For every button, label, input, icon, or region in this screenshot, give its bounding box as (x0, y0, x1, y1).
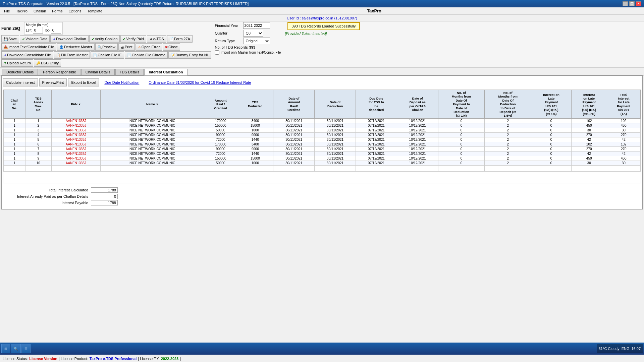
due-date-notification-link[interactable]: Due Date Notification (104, 80, 139, 84)
table-cell: 07/12/2021 (356, 128, 397, 132)
restore-btn[interactable]: ❐ (629, 1, 635, 6)
table-cell: 2 (485, 156, 531, 161)
quarter-select[interactable]: Q3 (243, 30, 263, 37)
table-cell: 30/11/2021 (273, 151, 315, 156)
open-error-button[interactable]: ⚠Open Error (136, 43, 162, 51)
window-controls[interactable]: ─ ❐ ✕ (623, 1, 641, 6)
menu-file[interactable]: File (1, 8, 13, 14)
table-cell: 07/12/2021 (356, 161, 397, 165)
preview-button[interactable]: 🔍Preview (95, 43, 118, 51)
table-cell: 450 (571, 156, 607, 161)
interest-payable-row: Interest Payable (4, 200, 640, 205)
table-cell: NICE NETWORK COMMUNIC (101, 132, 204, 137)
total-interest-value[interactable] (91, 187, 118, 193)
table-cell: 0 (531, 118, 572, 123)
table-cell: 270 (607, 146, 640, 151)
table-cell: NICE NETWORK COMMUNIC (101, 118, 204, 123)
table-cell: 10/12/2021 (397, 137, 438, 142)
close-btn[interactable]: ✕ (636, 1, 641, 6)
table-cell: 1 (4, 156, 25, 161)
calc-toolbar: Calculate Interest Preview/Print Export … (3, 77, 641, 88)
user-id-link[interactable]: User Id : sales@taxpro.co.in (1512381907… (287, 16, 357, 20)
tab-person-responsible[interactable]: Person Responsible (39, 69, 80, 75)
table-cell: 0 (531, 132, 572, 137)
challan-file-chrome-button[interactable]: 📄Challan File Chrome (125, 51, 168, 59)
tab-challan-details[interactable]: Challan Details (81, 69, 115, 75)
menu-forms[interactable]: Forms (49, 8, 65, 14)
no-records-value: 393 (249, 45, 255, 49)
table-cell: 270 (571, 132, 607, 137)
table-cell: 0 (438, 132, 485, 137)
menu-template[interactable]: Template (85, 8, 105, 14)
download-challan-button[interactable]: ⬇Download Challan (50, 35, 88, 43)
table-cell: AANFN1335J (51, 151, 101, 156)
export-to-excel-button[interactable]: Export to Excel (68, 78, 99, 86)
table-cell: 10/12/2021 (397, 151, 438, 156)
table-row: 13AANFN1335JNICE NETWORK COMMUNIC5000010… (4, 128, 641, 132)
table-cell: 30/11/2021 (315, 142, 356, 146)
table-cell: 90000 (204, 132, 237, 137)
col-header-due-date-tds: Due Datefor TDS tobedeposited (356, 90, 397, 119)
table-cell: 07/12/2021 (356, 146, 397, 151)
table-cell: 30/11/2021 (315, 118, 356, 123)
fill-from-master-button[interactable]: 📋Fill From Master (54, 51, 90, 59)
minimize-btn[interactable]: ─ (623, 1, 628, 6)
table-row: 18AANFN1335JNICE NETWORK COMMUNIC7200014… (4, 151, 641, 156)
table-cell: 30/11/2021 (315, 161, 356, 165)
title-text: TaxPro e-TDS Corporate - Version 22.0.5 … (3, 2, 249, 6)
dummy-entry-nil-button[interactable]: 📝Dummy Entry for Nil (168, 51, 211, 59)
interest-payable-value[interactable] (91, 200, 118, 205)
table-cell: 15000 (237, 156, 273, 161)
dsc-utility-button[interactable]: 🔑DSC Utility (34, 59, 61, 67)
save-button[interactable]: 💾Save (1, 35, 19, 43)
menu-options[interactable]: Options (66, 8, 84, 14)
calculate-interest-button[interactable]: Calculate Interest (3, 78, 38, 86)
import-only-checkbox[interactable] (215, 50, 219, 55)
left-input[interactable] (33, 27, 43, 34)
preview-print-button[interactable]: Preview/Print (39, 78, 67, 86)
ordinance-date-link[interactable]: Ordinance Date 31/03/2020 for Covid-19 R… (149, 80, 251, 84)
table-cell: NICE NETWORK COMMUNIC (101, 142, 204, 146)
table-cell: 102 (607, 142, 640, 146)
tab-interest-calculation[interactable]: Interest Calculation (144, 69, 187, 75)
menu-taxpro[interactable]: TaxPro (13, 8, 30, 14)
top-input[interactable] (51, 27, 61, 34)
tab-tds-details[interactable]: TDS Details (115, 69, 144, 75)
import-text-button[interactable]: 📥Import Text/Consolidate File (1, 43, 56, 51)
financial-year-input[interactable] (243, 22, 270, 29)
e-tds-button[interactable]: 🖥e-TDS (147, 35, 166, 43)
close-button[interactable]: ✖Close (163, 43, 180, 51)
deductee-master-button[interactable]: 👤Deductee Master (57, 43, 95, 51)
total-interest-row: Total Interest Calculated (4, 187, 640, 193)
form-27a-button[interactable]: 📄Form 27A (167, 35, 193, 43)
menu-challan[interactable]: Challan (31, 8, 49, 14)
table-cell: 15000 (237, 123, 273, 128)
table-cell: 30 (607, 128, 640, 132)
table-cell: 10/12/2021 (397, 118, 438, 123)
upload-return-button[interactable]: ⬆Upload Return (1, 59, 33, 67)
already-paid-value[interactable] (91, 194, 118, 199)
table-cell: 9 (25, 156, 52, 161)
tab-deductor-details[interactable]: Deductor Details (2, 69, 38, 75)
validate-data-button[interactable]: ✔Validate Data (20, 35, 50, 43)
data-table-wrapper[interactable]: ChallanNo. TDSAnnexRow.No PAN ▼ Name ▼ A… (3, 89, 641, 183)
table-cell: 07/12/2021 (356, 151, 397, 156)
challan-file-ie-button[interactable]: 📄Challan File IE (91, 51, 124, 59)
table-cell: 30/11/2021 (273, 132, 315, 137)
verify-challan-button[interactable]: ✔Verify Challan (89, 35, 120, 43)
return-type-select[interactable]: Original (243, 38, 270, 44)
success-message: 393 TDS Records Loaded Successfully (287, 22, 360, 30)
download-consolidate-button[interactable]: ⬇Download Consolidate File (1, 51, 53, 59)
table-cell: 0 (438, 156, 485, 161)
table-cell: 0 (531, 161, 572, 165)
table-cell: 1000 (237, 128, 273, 132)
col-header-tds-annex: TDSAnnexRow.No (25, 90, 52, 119)
financial-year-label: Financial Year (215, 23, 242, 27)
table-cell: 10/12/2021 (397, 156, 438, 161)
table-row: 19AANFN1335JNICE NETWORK COMMUNIC1500001… (4, 156, 641, 161)
print-button[interactable]: 🖨Print (118, 43, 135, 51)
col-header-date-deduction: Date ofDeduction (315, 90, 356, 119)
table-cell: 1 (4, 118, 25, 123)
col-header-total-interest: TotalInterestfor LatePaymentu/s 201(1A) (607, 90, 640, 119)
verify-pan-button[interactable]: ✔Verify PAN (120, 35, 146, 43)
